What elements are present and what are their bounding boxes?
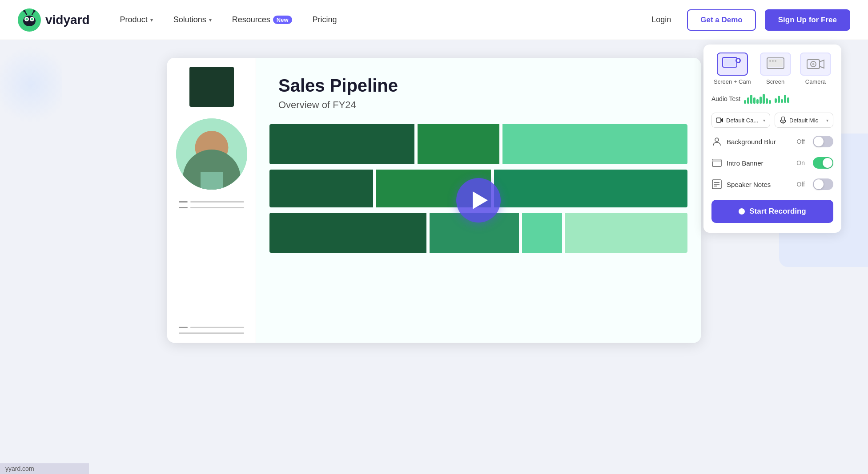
svg-point-21: [812, 63, 814, 65]
svg-point-4: [26, 18, 28, 20]
toggle-knob: [814, 179, 824, 189]
play-button[interactable]: [456, 178, 501, 223]
camera-icon: [716, 117, 723, 124]
blur-label: Background Blur: [727, 138, 792, 146]
svg-point-9: [33, 10, 36, 12]
svg-point-17: [772, 60, 774, 62]
chevron-down-icon: ▾: [763, 118, 765, 123]
notes-toggle[interactable]: [813, 178, 833, 190]
start-recording-button[interactable]: Start Recording: [711, 200, 833, 223]
start-recording-label: Start Recording: [749, 207, 806, 216]
audio-bar: [744, 100, 746, 104]
record-type-camera[interactable]: Camera: [800, 53, 831, 85]
new-badge: New: [273, 16, 292, 24]
get-demo-button[interactable]: Get a Demo: [687, 9, 755, 31]
speaker-notes-row: Speaker Notes Off: [711, 177, 833, 192]
nav-pricing[interactable]: Pricing: [305, 12, 345, 28]
status-url: yyard.com: [5, 465, 34, 472]
nav-solutions-label: Solutions: [173, 15, 206, 24]
avatar: [176, 118, 247, 190]
banner-toggle[interactable]: [813, 157, 833, 169]
camera-icon: [807, 57, 824, 71]
svg-point-5: [31, 18, 33, 20]
svg-point-7: [24, 10, 26, 12]
record-type-row: Screen + Cam Screen: [711, 53, 833, 85]
toggle-knob: [814, 137, 824, 146]
svg-point-13: [737, 59, 739, 62]
audio-bar: [781, 99, 783, 103]
left-panel: [167, 58, 256, 343]
dark-thumbnail: [189, 67, 234, 107]
signup-button[interactable]: Sign Up for Free: [765, 9, 850, 31]
camera-dropdown-label: Default Ca...: [726, 117, 758, 124]
nav-right: Login Get a Demo Sign Up for Free: [644, 9, 850, 31]
line-row-4: [174, 332, 249, 334]
audio-bar: [756, 99, 759, 104]
person-blur-icon: [712, 137, 722, 146]
screen-cam-icon-box: [717, 53, 748, 76]
bar-segment: [269, 170, 373, 207]
camera-dropdown[interactable]: Default Ca... ▾: [711, 113, 770, 128]
line-long: [179, 332, 244, 334]
svg-rect-29: [712, 159, 721, 162]
svg-point-27: [715, 138, 719, 142]
notes-icon: [711, 179, 722, 190]
person-collar: [201, 172, 223, 190]
record-type-screen[interactable]: Screen: [760, 53, 791, 85]
bar-segment: [269, 213, 426, 253]
chevron-down-icon: ▾: [150, 17, 153, 23]
play-triangle-icon: [473, 191, 488, 209]
nav-product[interactable]: Product ▾: [112, 12, 161, 28]
line-long: [190, 201, 244, 203]
audio-bar: [760, 97, 762, 104]
slide-title: Sales Pipeline: [278, 76, 679, 96]
line-short: [179, 327, 188, 328]
banner-icon: [711, 158, 722, 168]
bar-segment: [493, 170, 687, 207]
blur-toggle[interactable]: [813, 136, 833, 147]
nav-pricing-label: Pricing: [313, 15, 337, 24]
screen-label: Screen: [766, 78, 784, 85]
chart-bar-1: [269, 124, 687, 164]
nav-resources[interactable]: Resources New: [224, 12, 300, 28]
recording-dot-icon: [739, 208, 745, 215]
bar-segment: [501, 124, 687, 164]
logo-text: vidyard: [45, 13, 90, 27]
control-panel: Screen + Cam Screen: [703, 45, 841, 233]
audio-label: Audio Test: [711, 95, 740, 102]
audio-bar: [769, 100, 771, 104]
line-short: [179, 201, 188, 203]
navbar: vidyard Product ▾ Solutions ▾ Resources …: [0, 0, 868, 40]
audio-bar: [778, 96, 780, 103]
login-button[interactable]: Login: [644, 12, 678, 28]
person-image: [176, 118, 247, 190]
audio-bar: [787, 97, 789, 103]
screen-cam-icon: [722, 57, 743, 71]
camera-label: Camera: [805, 78, 826, 85]
mic-dropdown[interactable]: Default Mic ▾: [775, 113, 833, 128]
record-type-screen-cam[interactable]: Screen + Cam: [714, 53, 751, 85]
banner-icon: [712, 158, 722, 168]
bar-segment: [521, 213, 562, 253]
presentation-area: Sales Pipeline Overview of FY24: [256, 58, 701, 343]
audio-row: Audio Test: [711, 91, 833, 106]
notes-status: Off: [797, 181, 805, 188]
screen-cam-label: Screen + Cam: [714, 78, 751, 85]
mic-dropdown-label: Default Mic: [789, 117, 818, 124]
line-row-2: [174, 207, 249, 208]
audio-bars-right: [775, 95, 789, 103]
logo[interactable]: vidyard: [18, 8, 90, 32]
nav-product-label: Product: [120, 15, 148, 24]
line-row-1: [174, 201, 249, 203]
svg-rect-25: [782, 117, 784, 121]
status-bar: yyard.com: [0, 463, 89, 474]
nav-solutions[interactable]: Solutions ▾: [165, 12, 220, 28]
toggle-knob: [823, 158, 832, 168]
svg-rect-23: [716, 118, 721, 122]
intro-banner-row: Intro Banner On: [711, 155, 833, 170]
camera-icon-box: [800, 53, 831, 76]
line-row-3: [174, 327, 249, 328]
line-long: [190, 207, 244, 208]
slide-subtitle: Overview of FY24: [278, 99, 679, 111]
bar-segment: [269, 124, 414, 164]
